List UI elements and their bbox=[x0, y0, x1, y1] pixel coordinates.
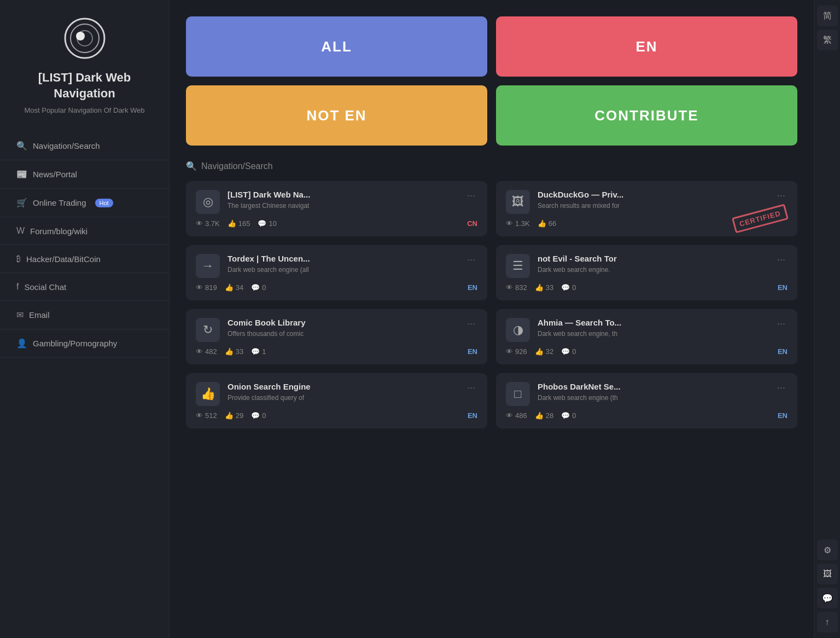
card-desc-card-tordex: Dark web search engine (all bbox=[228, 265, 457, 275]
svg-point-3 bbox=[76, 32, 85, 40]
svg-point-1 bbox=[71, 24, 99, 53]
views-card-ahmia: 👁 926 bbox=[506, 347, 527, 356]
card-header-card-not-evil: ☰ not Evil - Search Tor Dark web search … bbox=[506, 254, 788, 278]
views-card-duckduckgo: 👁 1.3K bbox=[506, 219, 530, 228]
sidebar-item-news-portal[interactable]: 📰 News/Portal bbox=[0, 160, 169, 189]
card-footer-card-comic-book: 👁 482 👍 33 💬 1 EN bbox=[196, 347, 477, 356]
cards-grid: ◎ [LIST] Dark Web Na... The largest Chin… bbox=[186, 181, 797, 428]
card-comic-book[interactable]: ↻ Comic Book Library Offers thousands of… bbox=[186, 309, 487, 364]
section-label: Navigation/Search bbox=[201, 161, 273, 171]
sidebar-label-social-chat: Social Chat bbox=[24, 282, 66, 292]
comment-icon-card-ahmia: 💬 bbox=[561, 347, 570, 356]
card-header-card-ahmia: ◑ Ahmia — Search To... Dark web search e… bbox=[506, 318, 788, 342]
views-card-list-dark-web: 👁 3.7K bbox=[196, 219, 220, 228]
eye-icon-card-phobos: 👁 bbox=[506, 411, 513, 420]
card-header-card-tordex: → Tordex | The Uncen... Dark web search … bbox=[196, 254, 477, 278]
card-icon-card-not-evil: ☰ bbox=[506, 254, 530, 278]
sidebar-item-online-trading[interactable]: 🛒 Online Trading Hot bbox=[0, 189, 169, 217]
card-desc-card-comic-book: Offers thousands of comic bbox=[228, 329, 457, 339]
card-header-card-duckduckgo: 🖼 DuckDuckGo — Priv... Search results ar… bbox=[506, 190, 788, 214]
likes-card-onion-search: 👍 29 bbox=[225, 411, 243, 420]
right-btn-traditional-chinese[interactable]: 繁 bbox=[817, 30, 838, 50]
btn-all[interactable]: ALL bbox=[186, 16, 487, 77]
right-btn-image[interactable]: 🖼 bbox=[817, 564, 838, 584]
lang-badge-card-tordex: EN bbox=[468, 283, 477, 292]
lang-badge-card-ahmia: EN bbox=[778, 347, 788, 356]
sidebar-label-email: Email bbox=[29, 310, 50, 320]
social-chat-icon: f bbox=[16, 282, 19, 292]
card-desc-card-not-evil: Dark web search engine. bbox=[538, 265, 767, 275]
card-desc-card-duckduckgo: Search results are mixed for bbox=[538, 201, 767, 211]
card-title-card-list-dark-web: [LIST] Dark Web Na... bbox=[228, 190, 457, 199]
right-btn-settings[interactable]: ⚙ bbox=[817, 540, 838, 560]
likes-card-tordex: 👍 34 bbox=[225, 283, 243, 292]
card-menu-card-not-evil[interactable]: ··· bbox=[775, 254, 788, 265]
card-menu-card-comic-book[interactable]: ··· bbox=[465, 318, 477, 329]
card-icon-card-ahmia: ◑ bbox=[506, 318, 530, 342]
like-icon-card-ahmia: 👍 bbox=[535, 347, 544, 356]
card-onion-search[interactable]: 👍 Onion Search Engine Provide classified… bbox=[186, 373, 487, 428]
card-footer-card-ahmia: 👁 926 👍 32 💬 0 EN bbox=[506, 347, 788, 356]
sidebar-item-navigation-search[interactable]: 🔍 Navigation/Search bbox=[0, 132, 169, 160]
sidebar-label-news-portal: News/Portal bbox=[33, 170, 77, 179]
card-not-evil[interactable]: ☰ not Evil - Search Tor Dark web search … bbox=[496, 245, 797, 300]
sidebar: [LIST] Dark Web Navigation Most Popular … bbox=[0, 0, 170, 638]
card-desc-card-onion-search: Provide classified query of bbox=[228, 393, 457, 403]
right-btn-upload[interactable]: ↑ bbox=[817, 612, 838, 633]
comment-icon-card-comic-book: 💬 bbox=[251, 347, 260, 356]
comment-icon-card-tordex: 💬 bbox=[251, 283, 260, 292]
btn-en[interactable]: EN bbox=[496, 16, 797, 77]
sidebar-item-social-chat[interactable]: f Social Chat bbox=[0, 273, 169, 301]
card-header-card-list-dark-web: ◎ [LIST] Dark Web Na... The largest Chin… bbox=[196, 190, 477, 214]
news-portal-icon: 📰 bbox=[16, 169, 27, 179]
card-icon-card-phobos: □ bbox=[506, 382, 530, 406]
card-title-card-comic-book: Comic Book Library bbox=[228, 318, 457, 327]
card-icon-card-comic-book: ↻ bbox=[196, 318, 220, 342]
views-card-tordex: 👁 819 bbox=[196, 283, 217, 292]
btn-not-en[interactable]: NOT EN bbox=[186, 85, 487, 146]
eye-icon-card-onion-search: 👁 bbox=[196, 411, 203, 420]
card-menu-card-duckduckgo[interactable]: ··· bbox=[775, 190, 788, 201]
comment-icon-card-list-dark-web: 💬 bbox=[258, 219, 266, 228]
card-header-card-phobos: □ Phobos DarkNet Se... Dark web search e… bbox=[506, 382, 788, 406]
sidebar-item-hacker-data-bitcoin[interactable]: ₿ Hacker/Data/BitCoin bbox=[0, 245, 169, 273]
card-menu-card-phobos[interactable]: ··· bbox=[775, 382, 788, 393]
section-header: 🔍 Navigation/Search bbox=[186, 161, 797, 171]
card-menu-card-onion-search[interactable]: ··· bbox=[465, 382, 477, 393]
comments-card-tordex: 💬 0 bbox=[251, 283, 266, 292]
card-duckduckgo[interactable]: 🖼 DuckDuckGo — Priv... Search results ar… bbox=[496, 181, 797, 236]
lang-badge-card-not-evil: EN bbox=[778, 283, 788, 292]
likes-card-phobos: 👍 28 bbox=[535, 411, 553, 420]
sidebar-label-online-trading: Online Trading bbox=[33, 198, 86, 207]
card-menu-card-list-dark-web[interactable]: ··· bbox=[465, 190, 477, 201]
card-icon-card-onion-search: 👍 bbox=[196, 382, 220, 406]
card-menu-card-ahmia[interactable]: ··· bbox=[775, 318, 788, 329]
card-list-dark-web[interactable]: ◎ [LIST] Dark Web Na... The largest Chin… bbox=[186, 181, 487, 236]
card-menu-card-tordex[interactable]: ··· bbox=[465, 254, 477, 265]
card-phobos[interactable]: □ Phobos DarkNet Se... Dark web search e… bbox=[496, 373, 797, 428]
comments-card-phobos: 💬 0 bbox=[561, 411, 576, 420]
card-ahmia[interactable]: ◑ Ahmia — Search To... Dark web search e… bbox=[496, 309, 797, 364]
like-icon-card-duckduckgo: 👍 bbox=[538, 219, 546, 228]
forum-blog-wiki-icon: W bbox=[16, 226, 25, 236]
email-icon: ✉ bbox=[16, 310, 24, 320]
lang-badge-card-phobos: EN bbox=[778, 411, 788, 420]
like-icon-card-list-dark-web: 👍 bbox=[228, 219, 236, 228]
sidebar-item-forum-blog-wiki[interactable]: W Forum/blog/wiki bbox=[0, 217, 169, 245]
eye-icon-card-list-dark-web: 👁 bbox=[196, 219, 203, 228]
right-btn-chat[interactable]: 💬 bbox=[817, 588, 838, 608]
card-tordex[interactable]: → Tordex | The Uncen... Dark web search … bbox=[186, 245, 487, 300]
like-icon-card-onion-search: 👍 bbox=[225, 411, 234, 420]
lang-badge-card-onion-search: EN bbox=[468, 411, 477, 420]
btn-contribute[interactable]: CONTRIBUTE bbox=[496, 85, 797, 146]
lang-badge-card-list-dark-web: CN bbox=[467, 219, 477, 228]
card-footer-card-onion-search: 👁 512 👍 29 💬 0 EN bbox=[196, 411, 477, 420]
sidebar-item-gambling-pornography[interactable]: 👤 Gambling/Pornography bbox=[0, 329, 169, 358]
card-desc-card-list-dark-web: The largest Chinese navigat bbox=[228, 201, 457, 211]
card-header-card-onion-search: 👍 Onion Search Engine Provide classified… bbox=[196, 382, 477, 406]
right-btn-simplified-chinese[interactable]: 简 bbox=[817, 5, 838, 26]
sidebar-item-email[interactable]: ✉ Email bbox=[0, 301, 169, 329]
card-header-card-comic-book: ↻ Comic Book Library Offers thousands of… bbox=[196, 318, 477, 342]
comment-icon-card-phobos: 💬 bbox=[561, 411, 570, 420]
filter-buttons: ALLENNOT ENCONTRIBUTE bbox=[186, 16, 797, 146]
